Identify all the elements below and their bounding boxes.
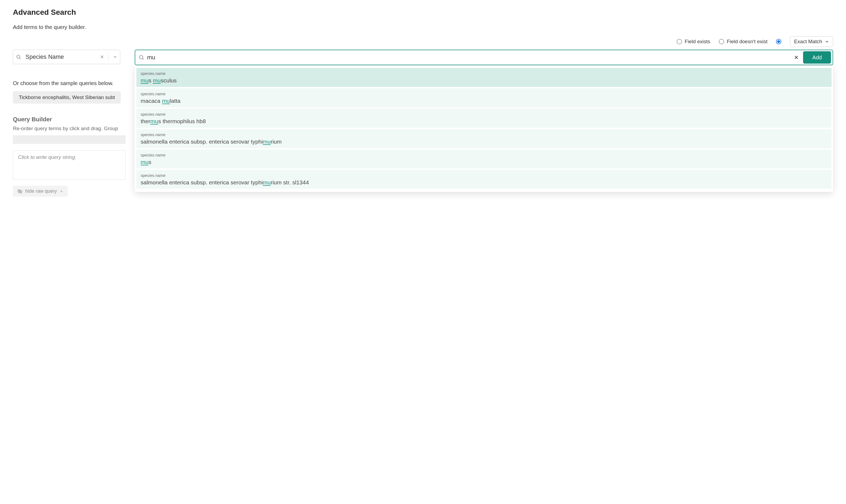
svg-point-0 (17, 55, 20, 58)
sample-heading: Or choose from the sample queries below. (13, 80, 128, 86)
query-builder-heading: Query Builder (13, 116, 128, 123)
radio-field-not-exists[interactable]: Field doesn't exist (719, 39, 767, 44)
suggestion-value: macaca mulatta (141, 98, 827, 104)
clear-field-icon[interactable] (100, 55, 104, 59)
hide-raw-query-button[interactable]: hide raw query (13, 186, 68, 197)
hide-raw-label: hide raw query (25, 188, 57, 194)
query-builder-sub: Re-order query terms by click and drag. … (13, 126, 126, 131)
add-button[interactable]: Add (803, 51, 831, 64)
suggestion-item[interactable]: species.namemus musculus (136, 68, 831, 87)
chevron-down-icon (825, 39, 829, 44)
search-box: Add (135, 50, 833, 65)
suggestion-value: mus (141, 159, 827, 165)
field-select-value: Species Name (24, 53, 97, 60)
svg-line-1 (20, 58, 21, 59)
page-subtitle: Add terms to the query builder. (13, 24, 833, 30)
search-input[interactable] (147, 54, 790, 61)
suggestion-field-label: species.name (141, 71, 827, 76)
svg-point-6 (140, 56, 143, 59)
suggestion-item[interactable]: species.namemacaca mulatta (136, 88, 831, 107)
suggestion-value: salmonella enterica subsp. enterica sero… (141, 179, 827, 186)
suggestion-field-label: species.name (141, 132, 827, 137)
suggestion-field-label: species.name (141, 91, 827, 96)
suggestion-field-label: species.name (141, 173, 827, 178)
page-title: Advanced Search (13, 8, 833, 17)
radio-icon (677, 39, 682, 44)
radio-label: Field exists (685, 39, 710, 44)
svg-line-7 (143, 58, 144, 59)
divider (108, 53, 109, 61)
match-mode-select[interactable]: Exact Match (790, 36, 833, 47)
radio-match-mode[interactable] (776, 39, 781, 44)
suggestion-field-label: species.name (141, 112, 827, 116)
suggestion-item[interactable]: species.namesalmonella enterica subsp. e… (136, 129, 831, 148)
suggestion-item[interactable]: species.namethermus thermophilus hb8 (136, 109, 831, 128)
suggestions-dropdown: species.namemus musculusspecies.namemaca… (135, 66, 833, 192)
radio-label: Field doesn't exist (727, 39, 767, 44)
chevron-up-icon (59, 190, 64, 193)
suggestion-item[interactable]: species.namemus (136, 149, 831, 168)
suggestion-field-label: species.name (141, 153, 827, 157)
eye-off-icon (17, 189, 22, 194)
radio-icon (719, 39, 724, 44)
search-icon (139, 54, 144, 60)
radio-field-exists[interactable]: Field exists (677, 39, 710, 44)
field-select[interactable]: Species Name (13, 50, 120, 64)
query-string-input[interactable]: Click to write query string. (13, 150, 126, 180)
suggestion-item[interactable]: species.namesalmonella enterica subsp. e… (136, 170, 831, 189)
match-mode-label: Exact Match (794, 39, 822, 44)
chevron-down-icon[interactable] (113, 55, 117, 59)
suggestion-value: salmonella enterica subsp. enterica sero… (141, 139, 827, 145)
clear-search-button[interactable] (792, 53, 800, 61)
search-icon (16, 54, 21, 59)
suggestion-value: thermus thermophilus hb8 (141, 118, 827, 125)
sample-query-chip[interactable]: Tickborne encephalitis, West Siberian su… (13, 91, 121, 104)
suggestion-value: mus musculus (141, 77, 827, 84)
query-builder-strip (13, 135, 126, 144)
